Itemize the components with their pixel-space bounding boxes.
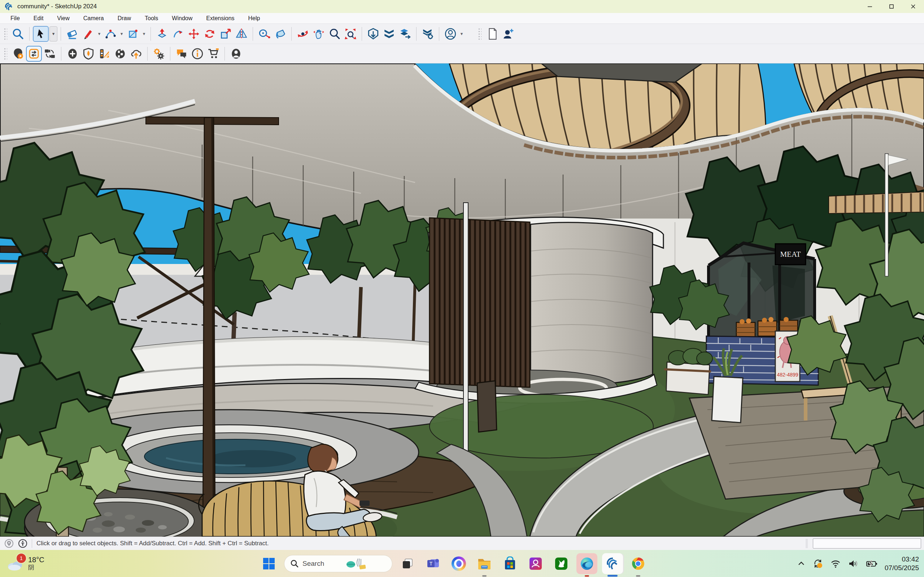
clock-date: 07/05/2025 [885, 564, 919, 572]
extension-warehouse-icon[interactable] [381, 26, 397, 42]
wifi-icon[interactable] [830, 559, 841, 569]
rectangle-tool-dropdown[interactable]: ▾ [141, 27, 147, 41]
system-tray: 03:42 07/05/2025 [797, 555, 919, 572]
chrome-icon[interactable] [628, 553, 649, 574]
menu-view[interactable]: View [50, 13, 76, 24]
teams-icon[interactable]: T [423, 553, 444, 574]
microsoft-store-icon[interactable] [499, 553, 520, 574]
add-entity-icon[interactable] [65, 46, 81, 62]
toolbar-grip[interactable] [3, 28, 7, 40]
eraser-tool-icon[interactable] [64, 26, 80, 42]
zoom-extents-tool-icon[interactable] [342, 26, 359, 42]
close-button[interactable] [902, 0, 924, 13]
sync-status-icon[interactable] [813, 558, 823, 569]
toolbar2-grip[interactable] [3, 48, 7, 60]
minimize-button[interactable] [859, 0, 881, 13]
hidden-icons-chevron[interactable] [797, 560, 805, 567]
menu-help[interactable]: Help [241, 13, 267, 24]
battery-icon[interactable] [866, 559, 877, 568]
status-bar: Click or drag to select objects. Shift =… [0, 537, 924, 550]
sign-in-icon[interactable] [443, 26, 459, 42]
search-placeholder: Search [302, 560, 324, 567]
file-explorer-icon[interactable] [474, 553, 495, 574]
copilot-icon[interactable] [448, 553, 469, 574]
weather-condition: 阴 [28, 564, 44, 571]
weather-badge: 1 [16, 553, 27, 564]
enscape-render-icon[interactable] [10, 46, 26, 62]
enscape-store-icon[interactable] [205, 46, 221, 62]
camera-synchronization-icon[interactable] [42, 46, 58, 62]
menu-draw[interactable]: Draw [111, 13, 138, 24]
paint-bucket-tool-icon[interactable] [272, 26, 288, 42]
scale-tool-icon[interactable] [218, 26, 234, 42]
about-enscape-icon[interactable] [189, 46, 205, 62]
arc-tool-dropdown[interactable]: ▾ [118, 27, 125, 41]
menu-extensions[interactable]: Extensions [199, 13, 241, 24]
new-document-icon[interactable] [485, 26, 500, 42]
zoom-tool-icon[interactable] [327, 26, 342, 42]
people-app-icon[interactable] [525, 553, 546, 574]
pan-tool-icon[interactable] [311, 26, 327, 42]
rotate-tool-icon[interactable] [202, 26, 218, 42]
invite-icon[interactable] [500, 26, 516, 42]
3d-viewport[interactable]: MEAT 482-4899 [0, 63, 924, 537]
search-highlight-image [346, 557, 367, 570]
menu-camera[interactable]: Camera [76, 13, 111, 24]
extension-manager-icon[interactable] [420, 26, 436, 42]
title-bar: community* - SketchUp 2024 [0, 0, 924, 13]
sign-in-dropdown[interactable]: ▾ [459, 27, 465, 41]
weather-widget[interactable]: 1 18°C 阴 [6, 556, 258, 572]
window-title: community* - SketchUp 2024 [17, 3, 97, 10]
taskbar-search[interactable]: Search [284, 555, 393, 572]
menu-edit[interactable]: Edit [27, 13, 50, 24]
sketchup-search-icon[interactable] [10, 26, 26, 42]
asset-library-icon[interactable] [112, 46, 128, 62]
push-pull-tool-icon[interactable] [154, 26, 170, 42]
toolbar-grip-2[interactable] [478, 28, 481, 40]
taskbar: 1 18°C 阴 Search T [0, 550, 924, 577]
follow-me-tool-icon[interactable] [170, 26, 186, 42]
edge-icon[interactable] [577, 553, 597, 574]
xbox-icon[interactable] [551, 553, 572, 574]
share-model-icon[interactable] [397, 26, 413, 42]
menu-tools[interactable]: Tools [138, 13, 165, 24]
kiosk-sign-text: MEAT [780, 250, 801, 259]
tape-measure-tool-icon[interactable] [256, 26, 272, 42]
select-tool-dropdown[interactable]: ▾ [50, 26, 57, 42]
enscape-account-icon[interactable] [228, 46, 244, 62]
menu-window[interactable]: Window [165, 13, 199, 24]
poster-phone-text: 482-4899 [777, 372, 798, 377]
scene-hedge-planter [664, 348, 712, 395]
taskbar-clock[interactable]: 03:42 07/05/2025 [885, 555, 919, 572]
orbit-tool-icon[interactable] [295, 26, 311, 42]
rectangle-tool-icon[interactable] [125, 26, 141, 42]
geolocation-icon[interactable] [4, 539, 14, 548]
measurements-input[interactable] [813, 538, 921, 548]
menu-bar: File Edit View Camera Draw Tools Window … [0, 13, 924, 24]
line-tool-dropdown[interactable]: ▾ [96, 27, 102, 41]
move-tool-icon[interactable] [186, 26, 202, 42]
status-message: Click or drag to select objects. Shift =… [36, 540, 268, 547]
visual-settings-icon[interactable] [151, 46, 167, 62]
3d-warehouse-icon[interactable] [365, 26, 381, 42]
scene-white-pole [464, 203, 468, 455]
select-tool-icon[interactable] [33, 26, 49, 42]
svg-text:T: T [430, 561, 433, 567]
start-button[interactable] [258, 553, 279, 574]
cloud-upload-icon[interactable] [128, 46, 144, 62]
primary-toolbar: ▾ ▾ ▾ ▾ ▾ [0, 24, 924, 44]
feedback-icon[interactable] [174, 46, 189, 62]
attribution-icon[interactable] [18, 539, 27, 548]
maximize-button[interactable] [881, 0, 902, 13]
volume-icon[interactable] [848, 559, 859, 569]
menu-file[interactable]: File [3, 13, 27, 24]
task-view-button[interactable] [397, 553, 418, 574]
enscape-favorites-icon[interactable] [81, 46, 96, 62]
sketchup-taskbar-icon[interactable] [602, 553, 623, 574]
arc-tool-icon[interactable] [102, 26, 118, 42]
clock-time: 03:42 [885, 555, 919, 564]
synchronize-updates-icon[interactable] [26, 46, 42, 62]
line-tool-icon[interactable] [80, 26, 96, 42]
flip-tool-icon[interactable] [234, 26, 249, 42]
material-editor-icon[interactable] [96, 46, 112, 62]
